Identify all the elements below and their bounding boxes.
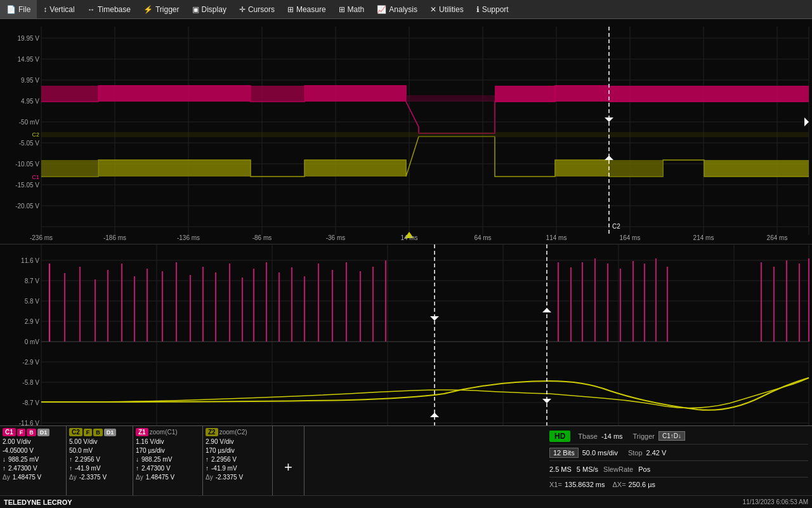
svg-text:-10.05 V: -10.05 V [15,161,39,168]
svg-text:C2: C2 [612,223,620,230]
svg-text:C2: C2 [32,131,39,138]
menu-trigger[interactable]: ⚡ Trigger [137,0,186,18]
svg-marker-43 [605,156,613,160]
menu-support[interactable]: ℹ Support [470,0,515,18]
svg-text:9.95 V: 9.95 V [21,77,39,84]
z2-val2: ↑ -41.9 mV [206,464,270,473]
svg-text:-36 ms: -36 ms [326,234,346,241]
bottom-waveform-panel[interactable]: Z1 Z2 Z2 11.6 V 8.7 V 5.8 V 2.9 V 0 mV -… [0,244,812,444]
svg-text:-15.05 V: -15.05 V [15,182,39,189]
ms5-label: 5 MS/s [577,465,598,473]
footer: TELEDYNE LECROY 11/13/2023 6:06:53 AM [0,495,812,508]
menu-timebase[interactable]: ↔ Timebase [81,0,137,18]
stop-label: Stop [628,449,643,457]
svg-text:-5.8 V: -5.8 V [22,379,39,386]
z2-badge: Z2 [206,428,218,436]
svg-rect-27 [419,95,495,102]
menu-cursors[interactable]: ✛ Cursors [233,0,281,18]
bottom-grid: Z1 Z2 Z2 11.6 V 8.7 V 5.8 V 2.9 V 0 mV -… [0,244,812,444]
stop-value: 2.42 V [646,449,667,457]
svg-text:-50 mV: -50 mV [19,119,40,126]
menu-utilities[interactable]: ✕ Utilities [424,0,470,18]
svg-rect-23 [98,86,251,102]
svg-rect-29 [555,86,609,102]
c2-f-badge: F [84,429,93,436]
c1-d1-badge: D1 [37,429,50,436]
c1-vdiv: 2.00 V/div [3,438,63,446]
menu-analysis[interactable]: 📈 Analysis [370,0,424,18]
menu-display[interactable]: ▣ Display [186,0,233,18]
svg-marker-129 [430,413,439,417]
c1-delta-label: Δy [3,473,10,482]
menubar: 📄 File ↕ Vertical ↔ Timebase ⚡ Trigger ▣… [0,0,812,19]
c1-delta: Δy 1.48475 V [3,473,63,482]
c2-delta-label: Δy [69,473,77,482]
svg-text:-186 ms: -186 ms [103,234,126,241]
c1-arrow1: ↓ [3,455,6,464]
c2-arrow1: ↑ [69,455,72,464]
analysis-icon: 📈 [377,5,386,14]
svg-text:-20.05 V: -20.05 V [15,203,39,210]
svg-text:14.95 V: 14.95 V [18,56,40,63]
c2-vdiv: 5.00 V/div [69,438,130,446]
z2-arrow1: ↑ [206,455,209,464]
c2-val2: ↑ -41.9 mV [69,464,130,473]
hd-badge: HD [549,431,570,442]
z1-delta-label: Δy [136,473,143,482]
menu-vertical[interactable]: ↕ Vertical [37,0,81,18]
c2-offset: 50.0 mV [69,446,130,455]
c1-b-badge: B [27,429,36,436]
svg-text:-8.7 V: -8.7 V [22,399,39,406]
svg-text:C1: C1 [32,174,39,180]
c2-d1-badge: D1 [104,429,117,436]
c1-offset: -4.05000 V [3,446,63,455]
svg-marker-65 [804,117,809,126]
svg-marker-40 [405,232,414,238]
measure-icon: ⊞ [287,5,294,14]
tdiv-value: 50.0 ms/div [582,449,618,457]
z1-val2: ↑ 2.47300 V [136,464,200,473]
svg-text:2.9 V: 2.9 V [25,318,40,325]
dx-value: 250.6 µs [629,481,655,488]
tbase-value: -14 ms [601,432,623,440]
menu-math[interactable]: ⊞ Math [332,0,371,18]
c2-badge: C2 [69,428,82,436]
top-waveform-panel[interactable]: C2 C1 19.95 V 14.95 V 9.95 V 4.95 V [0,19,812,244]
z1-badge: Z1 [136,428,148,436]
file-icon: 📄 [6,5,16,14]
tbase-label: Tbase [578,432,598,440]
datetime-label: 11/13/2023 6:06:53 AM [743,498,808,505]
svg-marker-130 [542,308,551,312]
svg-text:164 ms: 164 ms [620,234,641,241]
support-icon: ℹ [476,5,480,14]
svg-rect-37 [609,160,663,177]
svg-text:-2.9 V: -2.9 V [22,359,39,366]
display-area: C2 C1 19.95 V 14.95 V 9.95 V 4.95 V [0,19,812,444]
svg-rect-28 [495,86,555,102]
svg-rect-36 [555,160,609,177]
c1-arrow2: ↑ [3,464,6,473]
cursors-icon: ✛ [239,5,246,14]
z1-zoom-label: zoom(C1) [150,429,178,436]
svg-rect-25 [304,86,406,102]
svg-rect-38 [704,160,809,177]
math-icon: ⊞ [339,5,345,14]
svg-rect-30 [609,86,809,102]
svg-rect-22 [41,86,98,102]
svg-marker-42 [605,117,613,122]
svg-text:114 ms: 114 ms [546,234,567,241]
slew-label: SlewRate [603,465,633,473]
svg-rect-26 [406,95,419,102]
svg-rect-33 [41,160,98,177]
menu-measure[interactable]: ⊞ Measure [281,0,332,18]
svg-marker-131 [542,399,551,403]
x1-value: 135.8632 ms [565,481,605,488]
z1-val1: ↓ 988.25 mV [136,455,200,464]
z2-delta-label: Δy [206,473,213,482]
ms-label: 2.5 MS [549,465,572,473]
menu-file[interactable]: 📄 File [0,0,37,18]
display-icon: ▣ [192,5,199,14]
svg-text:-86 ms: -86 ms [252,234,272,241]
c1-f-badge: F [17,429,26,436]
x1-label: X1= [549,481,562,488]
